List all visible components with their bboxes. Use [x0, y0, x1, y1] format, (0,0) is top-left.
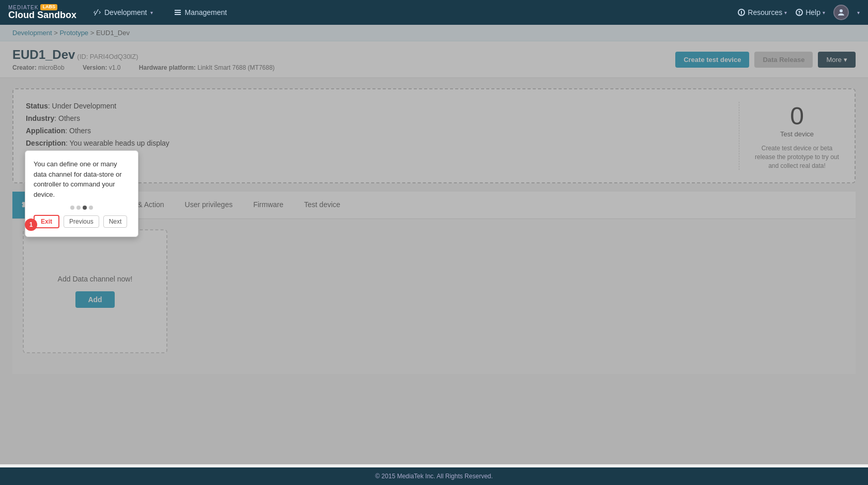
brand-name: MEDIATEK [8, 5, 38, 10]
breadcrumb-prototype[interactable]: Prototype [59, 29, 88, 37]
industry-field: Industry: Others [26, 114, 726, 122]
avatar-chevron[interactable]: ▾ [857, 10, 860, 15]
stat-description: Create test device or beta release the p… [752, 144, 842, 170]
create-test-device-button[interactable]: Create test device [675, 52, 749, 68]
help-icon [795, 8, 803, 17]
page-meta: Creator: microBob Version: v1.0 Hardware… [12, 64, 291, 71]
add-button[interactable]: Add [75, 291, 114, 308]
prototype-info-box: Status: Under Development Industry: Othe… [12, 88, 856, 183]
add-channel-box: Add Data channel now! Add [23, 229, 167, 353]
nav-help[interactable]: Help ▾ [795, 8, 825, 17]
resources-icon [737, 8, 746, 17]
nav-development[interactable]: Development ▾ [89, 6, 157, 19]
help-label: Help [805, 8, 820, 17]
more-button[interactable]: More ▾ [818, 52, 856, 68]
top-navigation: MEDIATEK LABS Cloud Sandbox Development … [0, 0, 868, 25]
dot-2 [76, 206, 81, 210]
tab-firmware[interactable]: Firmware [243, 193, 293, 217]
nav-left: MEDIATEK LABS Cloud Sandbox Development … [8, 4, 231, 21]
dev-chevron: ▾ [150, 10, 153, 15]
stat-label: Test device [780, 130, 814, 138]
dot-3 [83, 206, 87, 210]
data-channel-area: Add Data channel now! Add [12, 219, 856, 374]
nav-management[interactable]: Management [169, 6, 231, 19]
user-icon [837, 8, 845, 17]
add-channel-label: Add Data channel now! [58, 275, 133, 283]
page-header-actions: Create test device Data Release More ▾ [675, 52, 856, 68]
data-release-button[interactable]: Data Release [754, 52, 813, 68]
dot-4 [89, 206, 93, 210]
avatar[interactable] [833, 5, 849, 20]
nav-resources[interactable]: Resources ▾ [737, 8, 787, 17]
brand-logo[interactable]: MEDIATEK LABS Cloud Sandbox [8, 4, 76, 21]
nav-right: Resources ▾ Help ▾ ▾ [737, 5, 860, 20]
tabs-container: Data channel Trigger & Action User privi… [12, 192, 856, 219]
exit-button[interactable]: Exit [34, 215, 59, 228]
application-field: Application: Others [26, 127, 726, 135]
main-content: Status: Under Development Industry: Othe… [0, 78, 868, 384]
tab-user-privileges[interactable]: User privileges [175, 193, 243, 217]
description-field: Description: You wearable heads up displ… [26, 139, 726, 147]
popover-text: You can define one or many data channel … [34, 159, 130, 199]
step-badge: 1 [25, 218, 37, 231]
more-chevron: ▾ [844, 56, 847, 64]
breadcrumb-development[interactable]: Development [12, 29, 52, 37]
dev-label: Development [104, 8, 147, 17]
dot-1 [70, 206, 74, 210]
breadcrumb: Development > Prototype > EUD1_Dev [0, 25, 868, 41]
popover: You can define one or many data channel … [25, 150, 138, 237]
code-icon [93, 8, 101, 17]
next-button[interactable]: Next [103, 215, 128, 228]
right-stats: 0 Test device Create test device or beta… [739, 102, 842, 170]
page-header: EUD1_Dev (ID: PARI4OdQ30lZ) Creator: mic… [0, 41, 868, 78]
tab-test-device[interactable]: Test device [294, 193, 351, 217]
stat-count: 0 [790, 102, 804, 130]
popover-actions: Exit Previous Next [34, 215, 130, 228]
resources-label: Resources [748, 8, 782, 17]
page-id: (ID: PARI4OdQ30lZ) [77, 53, 138, 60]
management-icon [174, 8, 182, 17]
mgmt-label: Management [185, 8, 227, 17]
breadcrumb-device: EUD1_Dev [96, 29, 130, 37]
page-title: EUD1_Dev [12, 48, 75, 61]
previous-button[interactable]: Previous [64, 215, 99, 228]
brand-cloud: Cloud Sandbox [8, 10, 76, 21]
popover-dots [34, 206, 130, 210]
status-field: Status: Under Development [26, 102, 726, 110]
